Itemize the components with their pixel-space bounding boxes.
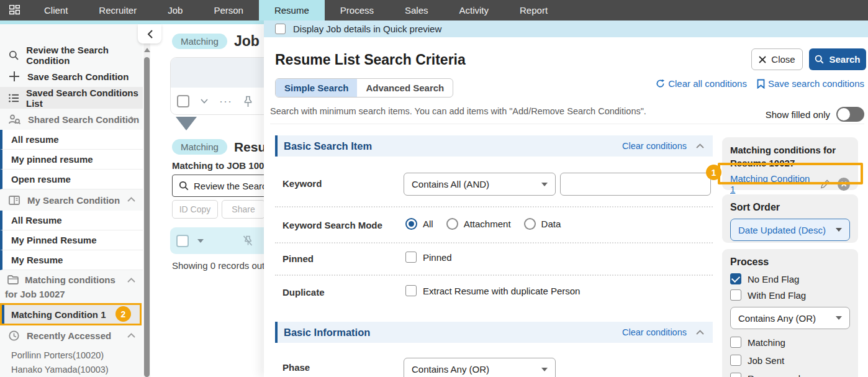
- show-filled-toggle[interactable]: [836, 107, 864, 122]
- clear-all-label: Clear all conditions: [668, 78, 747, 89]
- checkbox[interactable]: [730, 289, 741, 301]
- sidebar-item-open-resume[interactable]: Open resume: [0, 170, 143, 189]
- checkbox[interactable]: [730, 337, 741, 348]
- search-button[interactable]: Search: [809, 48, 866, 70]
- modal-subtitle: Search with minimum search items. You ca…: [270, 106, 646, 116]
- chevron-down-icon[interactable]: [201, 99, 208, 104]
- caret-down-icon[interactable]: [197, 239, 204, 243]
- sidebar-item-my-pinned-resume[interactable]: My Pinned Resume: [0, 230, 143, 250]
- people-search-icon: [9, 114, 20, 125]
- sidebar-group-shared[interactable]: Shared Search Condition: [0, 109, 143, 130]
- select-all-checkbox[interactable]: [176, 235, 189, 247]
- save-search-conditions-link[interactable]: Save search conditions: [757, 78, 864, 89]
- nav-tab-process[interactable]: Process: [325, 0, 389, 20]
- sidebar-item-label: My pinned resume: [11, 154, 93, 165]
- pinned-checkbox-label: Pinned: [423, 252, 452, 263]
- quick-preview-checkbox[interactable]: [275, 24, 286, 34]
- radio-data[interactable]: [524, 218, 536, 230]
- nav-tab-report[interactable]: Report: [504, 0, 563, 20]
- sidebar-item-all-resume[interactable]: All Resume: [0, 211, 143, 230]
- more-actions-icon[interactable]: ···: [219, 95, 232, 108]
- save-search-label: Save search conditions: [768, 78, 864, 89]
- share-button[interactable]: Share: [222, 200, 265, 219]
- recent-item-porllinn[interactable]: Porllinn Porters(10020): [0, 348, 143, 362]
- clear-conditions-link[interactable]: Clear conditions: [622, 141, 687, 151]
- radio-label-attachment: Attachment: [464, 219, 511, 229]
- duplicate-row: Extract Resume with duplicate Person: [405, 285, 580, 296]
- clear-conditions-link[interactable]: Clear conditions: [622, 327, 687, 337]
- job-select-checkbox[interactable]: [177, 95, 189, 107]
- process-check-matching[interactable]: Matching: [730, 337, 850, 348]
- matching-conditions-card: Matching conditions for Resume 10027 Mat…: [722, 137, 858, 190]
- matching-badge: Matching: [172, 34, 227, 49]
- section-basic-search-item[interactable]: Basic Search Item Clear conditions: [275, 135, 713, 157]
- unpin-icon[interactable]: [242, 235, 253, 247]
- process-check-no-end-flag[interactable]: No End Flag: [730, 273, 850, 284]
- nav-tab-resume[interactable]: Resume: [259, 0, 325, 20]
- pinned-checkbox[interactable]: [405, 252, 417, 263]
- checkbox-checked[interactable]: [730, 273, 741, 284]
- radio-all[interactable]: [405, 218, 417, 230]
- flow-arrow-icon: [176, 117, 197, 130]
- sidebar-item-review-search[interactable]: Review the Search Condition: [0, 45, 143, 66]
- sort-order-select[interactable]: Date Updated (Desc): [730, 219, 850, 241]
- sidebar-item-label: Review the Search Condition: [26, 45, 143, 66]
- close-button[interactable]: Close: [751, 48, 803, 70]
- phase-operator-select[interactable]: Contains Any (OR): [404, 358, 556, 377]
- section-basic-information[interactable]: Basic Information Clear conditions: [275, 322, 713, 343]
- sort-order-title: Sort Order: [730, 201, 850, 214]
- keyword-operator-select[interactable]: Contains All (AND): [404, 173, 556, 196]
- sidebar-item-save-search[interactable]: Save Search Condition: [0, 66, 143, 87]
- process-check-recommend[interactable]: Recommend: [730, 373, 850, 377]
- sidebar-item-all-resume-shared[interactable]: All resume: [0, 130, 143, 150]
- remove-condition-icon[interactable]: ✕: [838, 178, 850, 191]
- sidebar-group-recently-accessed[interactable]: Recently Accessed: [0, 325, 143, 345]
- sidebar-item-label: Matching Condition 1: [11, 309, 106, 320]
- scrollbar-thumb[interactable]: [144, 57, 150, 377]
- sidebar-group-matching-conditions[interactable]: Matching conditions for Job 10027: [0, 270, 143, 303]
- nav-tab-recruiter[interactable]: Recruiter: [83, 0, 152, 20]
- process-check-job-sent[interactable]: Job Sent: [730, 355, 850, 366]
- nav-tab-sales[interactable]: Sales: [389, 0, 444, 20]
- sidebar-item-saved-search-list[interactable]: Saved Search Conditions List: [0, 87, 143, 109]
- phase-label: Phase: [283, 362, 310, 373]
- clear-all-conditions-link[interactable]: Clear all conditions: [656, 78, 747, 89]
- process-check-with-end-flag[interactable]: With End Flag: [730, 289, 850, 301]
- sidebar-scrollbar[interactable]: [143, 24, 150, 377]
- matching-condition-link[interactable]: Matching Condition 1: [730, 173, 812, 194]
- keyword-mode-radios: All Attachment Data: [405, 218, 561, 230]
- checkbox[interactable]: [730, 355, 741, 366]
- sidebar-item-my-pinned-resume-shared[interactable]: My pinned resume: [0, 150, 143, 170]
- sidebar-item-label: Save Search Condition: [27, 71, 129, 82]
- tab-advanced-search[interactable]: Advanced Search: [357, 79, 453, 97]
- sidebar-item-matching-condition-1[interactable]: Matching Condition 1 2: [0, 303, 142, 325]
- radio-attachment[interactable]: [446, 218, 458, 230]
- keyword-search-mode-label: Keyword Search Mode: [283, 220, 382, 230]
- nav-tab-job[interactable]: Job: [152, 0, 198, 20]
- list-icon: [9, 93, 19, 103]
- matching-badge: Matching: [172, 139, 227, 155]
- pencil-icon[interactable]: [820, 178, 831, 190]
- id-copy-button[interactable]: ID Copy: [172, 200, 218, 219]
- chevron-up-icon[interactable]: [696, 143, 704, 148]
- nav-tab-client[interactable]: Client: [29, 0, 83, 20]
- chevron-up-icon[interactable]: [696, 330, 704, 335]
- close-label: Close: [771, 54, 795, 65]
- pin-icon[interactable]: [243, 96, 253, 107]
- tab-simple-search[interactable]: Simple Search: [276, 79, 357, 97]
- nav-tab-activity[interactable]: Activity: [444, 0, 505, 20]
- checkbox[interactable]: [730, 373, 741, 377]
- app-root: Client Recruiter Job Person Resume Proce…: [0, 0, 868, 377]
- process-operator-select[interactable]: Contains Any (OR): [730, 307, 850, 329]
- select-value: Contains Any (OR): [412, 364, 489, 375]
- sidebar-collapse-button[interactable]: [138, 24, 161, 43]
- nav-tab-person[interactable]: Person: [198, 0, 259, 20]
- sidebar-item-my-resume[interactable]: My Resume: [0, 250, 143, 270]
- scrollbar-up-arrow[interactable]: [144, 48, 150, 52]
- card-title-line1: Matching conditions for: [730, 143, 850, 157]
- recent-item-hanako[interactable]: Hanako Yamada(10003): [0, 362, 143, 376]
- duplicate-checkbox[interactable]: [405, 285, 417, 296]
- app-grid-icon[interactable]: [0, 0, 29, 20]
- sidebar-group-my-search[interactable]: My Search Condition: [0, 189, 143, 211]
- keyword-input[interactable]: [560, 173, 711, 196]
